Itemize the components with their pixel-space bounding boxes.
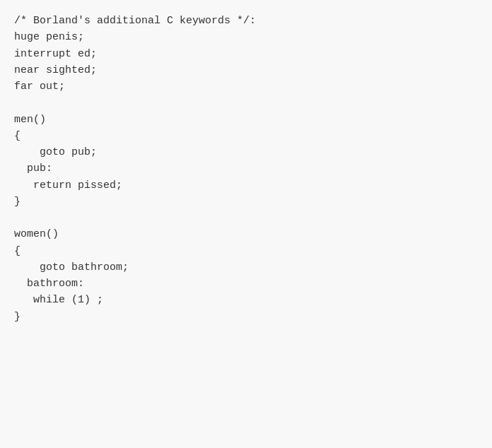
line-15: { bbox=[14, 243, 478, 259]
line-5: far out; bbox=[14, 78, 478, 95]
line-1: /* Borland's additional C keywords */: bbox=[14, 13, 478, 29]
line-19: } bbox=[14, 309, 478, 325]
code-container: /* Borland's additional C keywords */:hu… bbox=[0, 0, 492, 448]
line-18: while (1) ; bbox=[14, 292, 478, 308]
line-13 bbox=[14, 210, 478, 226]
line-12: } bbox=[14, 194, 478, 210]
line-14: women() bbox=[14, 226, 478, 242]
line-9: goto pub; bbox=[14, 144, 478, 160]
line-4: near sighted; bbox=[14, 62, 478, 78]
line-7: men() bbox=[14, 112, 478, 128]
line-16: goto bathroom; bbox=[14, 259, 478, 276]
code-block: /* Borland's additional C keywords */:hu… bbox=[14, 13, 478, 325]
line-17: bathroom: bbox=[14, 276, 478, 292]
line-8: { bbox=[14, 128, 478, 144]
line-2: huge penis; bbox=[14, 29, 478, 45]
line-3: interrupt ed; bbox=[14, 46, 478, 62]
line-6 bbox=[14, 95, 478, 111]
line-10: pub: bbox=[14, 160, 478, 177]
line-11: return pissed; bbox=[14, 177, 478, 194]
